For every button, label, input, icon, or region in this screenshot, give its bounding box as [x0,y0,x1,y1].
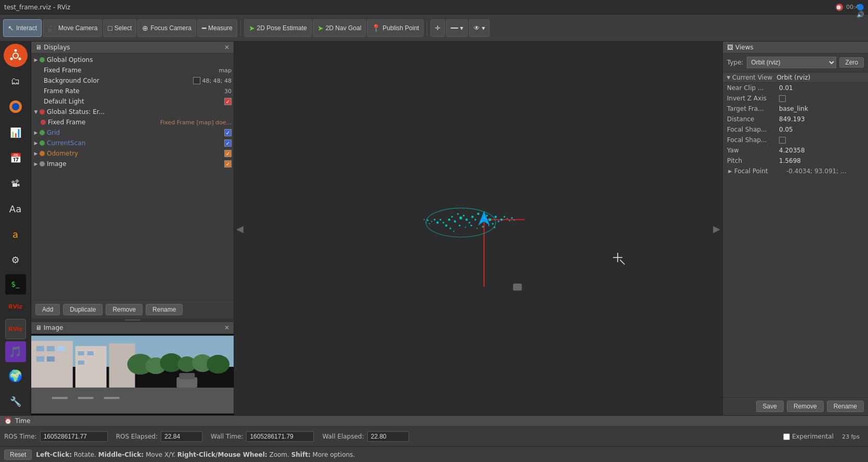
close-displays-icon[interactable]: ✕ [224,44,229,51]
rename-view-button[interactable]: Rename [827,401,864,412]
fixed-frame-error-row[interactable]: Fixed Frame Fixed Frame [map] doe... [31,117,234,127]
svg-rect-15 [47,356,55,362]
rviz2-icon[interactable]: RViz [5,319,26,339]
image-checkbox[interactable]: ✓ [224,160,232,168]
spreadsheet-icon[interactable]: 📊 [4,121,28,144]
measure-button[interactable]: ━ Measure [197,19,237,37]
svg-rect-11 [36,346,44,351]
frame-rate-value[interactable]: 30 [224,88,232,95]
timebar-title: Time [15,417,30,425]
views-type-label: Type: [727,59,744,66]
fixed-frame-error-label: Fixed Frame [48,119,160,126]
image-item-row[interactable]: ▶ Image ✓ [31,159,234,169]
ros-time-input[interactable] [40,431,108,442]
publish-point-icon: 📍 [372,24,380,32]
svg-rect-79 [513,284,522,290]
move-camera-button[interactable]: 🎥 Move Camera [43,19,102,37]
experimental-checkbox[interactable] [783,433,790,440]
rename-display-button[interactable]: Rename [146,304,183,315]
grid-checkbox[interactable]: ✓ [224,129,232,136]
earth-icon[interactable]: 🌍 [4,364,28,388]
views-type-select[interactable]: Orbit (rviz) [747,57,837,68]
yaw-value[interactable]: 4.20358 [779,147,864,154]
purple-icon[interactable]: 🎵 [5,341,26,362]
currentscan-checkbox[interactable]: ✓ [224,139,232,147]
yaw-row[interactable]: Yaw 4.20358 [723,145,868,156]
odometry-item-row[interactable]: ▶ Odometry ✓ [31,148,234,159]
viewport[interactable]: ◀ ▶ [234,42,722,415]
bg-color-value: 48; 48; 48 [202,78,232,84]
target-frame-value[interactable]: base_link [779,105,864,112]
ros-elapsed-input[interactable] [161,431,202,442]
wall-elapsed-label: Wall Elapsed: [322,433,364,440]
displays-content[interactable]: ▶ Global Options Fixed Frame map Backgro… [31,54,234,300]
focal-shape1-row[interactable]: Focal Shap... 0.05 [723,124,868,135]
viewport-right-arrow[interactable]: ▶ [713,223,720,234]
fixed-frame-value[interactable]: map [219,67,232,74]
ubuntu-icon[interactable] [4,44,28,67]
focal-point-row[interactable]: ▶ Focal Point -0.4034; 93.091; ... [723,166,868,176]
bg-color-row[interactable]: Background Color 48; 48; 48 [31,75,234,86]
current-view-header[interactable]: ▼ Current View Orbit (rviz) [723,73,868,83]
frame-rate-row[interactable]: Frame Rate 30 [31,86,234,96]
nav-goal-button[interactable]: ➤ 2D Nav Goal [313,19,366,37]
near-clip-value[interactable]: 0.01 [779,84,864,92]
duplicate-button[interactable]: Duplicate [63,304,103,315]
eye-button[interactable]: 👁 ▾ [469,19,490,37]
rviz1-icon[interactable]: RViz [5,297,26,317]
grid-item-row[interactable]: ▶ Grid ✓ [31,127,234,138]
pose-estimate-button[interactable]: ➤ 2D Pose Estimate [244,19,312,37]
publish-point-button[interactable]: 📍 Publish Point [367,19,424,37]
distance-value[interactable]: 849.193 [779,116,864,123]
focal-shape2-checkbox[interactable] [779,137,786,144]
odometry-checkbox[interactable]: ✓ [224,150,232,157]
terminal-icon[interactable]: $_ [5,274,26,294]
focus-camera-button[interactable]: ⊕ Focus Camera [137,19,196,37]
view-dropdown-button[interactable]: ━━ ▾ [446,19,468,37]
focal-shape1-value[interactable]: 0.05 [779,126,864,133]
pitch-value[interactable]: 1.5698 [779,157,864,164]
views-zero-button[interactable]: Zero [839,57,864,68]
nav-goal-icon: ➤ [317,24,324,32]
wall-time-field: Wall Time: [211,431,314,442]
global-options-row[interactable]: ▶ Global Options [31,55,234,65]
svg-point-41 [465,219,467,221]
fixed-frame-row[interactable]: Fixed Frame map [31,65,234,75]
invert-z-checkbox[interactable] [779,95,786,102]
interact-button[interactable]: ↖ Interact [3,19,42,37]
bottom-icon[interactable]: 🔧 [4,390,28,413]
near-clip-row[interactable]: Near Clip ... 0.01 [723,83,868,93]
default-light-row[interactable]: Default Light ✓ [31,96,234,107]
files-icon[interactable]: 🗂 [4,69,28,93]
remove-view-button[interactable]: Remove [787,401,824,412]
save-view-button[interactable]: Save [756,401,784,412]
firefox-icon[interactable] [4,95,28,118]
impress-icon[interactable]: 📽 [4,172,28,195]
svg-point-68 [494,226,495,228]
text-icon[interactable]: Aa [4,197,28,221]
image-content[interactable] [31,334,234,415]
default-light-checkbox[interactable]: ✓ [224,98,232,105]
wall-time-input[interactable] [246,431,314,442]
invert-z-row[interactable]: Invert Z Axis [723,93,868,104]
remove-display-button[interactable]: Remove [106,304,143,315]
axes-button[interactable]: ✛ [430,19,445,37]
calendar-icon[interactable]: 📅 [4,146,28,170]
target-frame-row[interactable]: Target Fra... base_link [723,104,868,114]
pitch-row[interactable]: Pitch 1.5698 [723,156,868,166]
select-button[interactable]: □ Select [103,19,136,37]
amazon-icon[interactable]: a [4,223,28,246]
focal-shape2-row[interactable]: Focal Shap... [723,135,868,145]
close-image-icon[interactable]: ✕ [224,324,229,331]
svg-point-53 [445,224,447,226]
currentscan-item-row[interactable]: ▶ CurrentScan ✓ [31,138,234,148]
add-button[interactable]: Add [35,304,60,315]
focal-point-value[interactable]: -0.4034; 93.091; ... [786,168,864,175]
wall-elapsed-input[interactable] [367,431,409,442]
global-status-row[interactable]: ▼ Global Status: Er... [31,107,234,117]
viewport-left-arrow[interactable]: ◀ [236,223,244,234]
settings-icon[interactable]: ⚙ [4,248,28,272]
svg-rect-27 [78,397,94,399]
reset-button[interactable]: Reset [4,450,32,460]
distance-row[interactable]: Distance 849.193 [723,114,868,124]
